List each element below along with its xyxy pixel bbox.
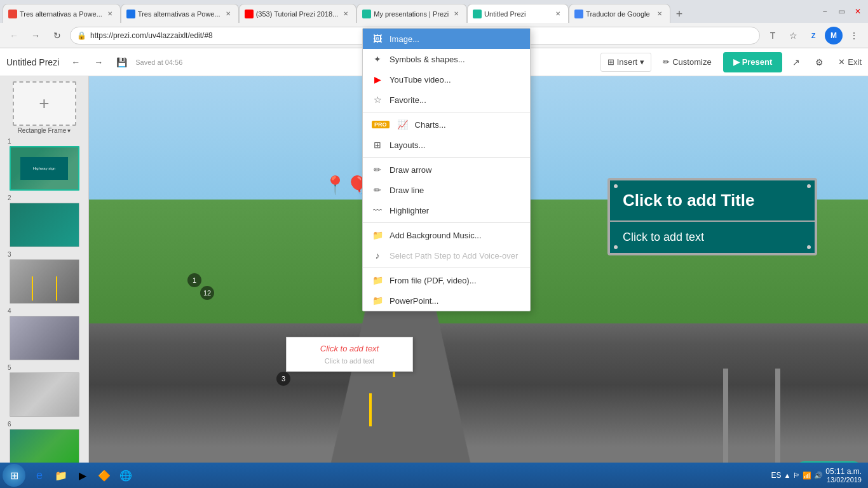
menu-divider-1 [363, 112, 530, 112]
translate-icon[interactable]: T [764, 27, 782, 44]
path-badge-1: 1 [187, 273, 201, 287]
exit-button[interactable]: ✕ Exit [838, 57, 862, 67]
menu-item-symbols-label: Symbols & shapes... [390, 55, 465, 64]
tab-3-close[interactable]: ✕ [341, 9, 351, 19]
slide-thumb-4[interactable] [10, 316, 79, 360]
slide-item-1[interactable]: 1 Highway sign [3, 138, 86, 191]
saved-text: Saved at 04:56 [135, 58, 182, 66]
float-card[interactable]: Click to add text Click to add text [286, 337, 413, 372]
menu-item-draw-arrow[interactable]: ✏ Draw arrow [363, 159, 530, 180]
add-slide-button[interactable]: + [13, 81, 76, 126]
tab-1[interactable]: Tres alternativas a Powe... ✕ [3, 4, 121, 23]
menu-item-favorite-label: Favorite... [390, 95, 426, 105]
exit-x-icon: ✕ [838, 57, 845, 67]
play-icon: ▶ [733, 57, 740, 67]
menu-item-layouts[interactable]: ⊞ Layouts... [363, 135, 530, 155]
menu-item-image[interactable]: 🖼 Image... [363, 29, 530, 49]
back-button[interactable]: ← [5, 27, 23, 44]
pro-badge-charts: PRO [372, 121, 390, 128]
menu-item-layouts-label: Layouts... [390, 140, 425, 150]
tab-5-close[interactable]: ✕ [553, 9, 563, 19]
windows-icon: ⊞ [10, 470, 18, 482]
slide-item-5[interactable]: 5 [3, 364, 86, 417]
slide-item-3[interactable]: 3 [3, 251, 86, 304]
slide-item-2[interactable]: 2 [3, 194, 86, 247]
menu-item-music[interactable]: 📁 Add Background Music... [363, 225, 530, 245]
insert-label: Insert [617, 57, 638, 67]
save-icon[interactable]: 💾 [112, 53, 130, 71]
taskbar-ie-icon[interactable]: e [29, 465, 50, 485]
tab-2-close[interactable]: ✕ [223, 9, 233, 19]
refresh-button[interactable]: ↻ [48, 27, 66, 44]
menu-item-symbols[interactable]: ✦ Symbols & shapes... [363, 49, 530, 69]
tab-4-title: My presentations | Prezi [374, 10, 449, 18]
minimize-button[interactable]: − [817, 4, 832, 19]
sign-dot-tr [807, 184, 811, 188]
customize-icon: ✏ [663, 57, 670, 67]
tab-6-title: Traductor de Google [586, 10, 652, 18]
present-button[interactable]: ▶ Present [723, 52, 783, 72]
start-button[interactable]: ⊞ [3, 464, 25, 487]
slide-number-2: 2 [8, 194, 11, 201]
customize-label: Customize [672, 57, 711, 67]
tab-2-favicon [126, 10, 135, 18]
share-icon[interactable]: ↗ [787, 53, 805, 71]
new-tab-button[interactable]: + [670, 5, 688, 23]
taskbar-time-date: 13/02/2019 [825, 476, 862, 484]
tab-6-favicon [574, 10, 583, 18]
tab-3[interactable]: (353) Tutorial Prezi 2018... ✕ [239, 4, 357, 23]
insert-button[interactable]: ⊞ Insert ▾ [600, 53, 652, 72]
slide-thumb-5[interactable] [10, 372, 79, 417]
tab-6[interactable]: Traductor de Google ✕ [569, 4, 670, 23]
slide-thumb-3[interactable] [10, 259, 79, 304]
menu-divider-3 [363, 222, 530, 223]
insert-dropdown-menu: 🖼 Image... ✦ Symbols & shapes... ▶ YouTu… [362, 28, 531, 311]
customize-button[interactable]: ✏ Customize [656, 53, 717, 72]
menu-item-favorite[interactable]: ☆ Favorite... [363, 90, 530, 110]
tab-2[interactable]: Tres alternativas a Powe... ✕ [121, 4, 239, 23]
sign-title-area[interactable]: Click to add Title [610, 180, 815, 222]
taskbar-media-icon[interactable]: ▶ [72, 465, 93, 485]
sign-dot-tl [614, 184, 618, 188]
menu-item-powerpoint[interactable]: 📁 PowerPoint... [363, 290, 530, 311]
menu-item-file[interactable]: 📁 From file (PDF, video)... [363, 270, 530, 290]
slide-number-6: 6 [8, 421, 11, 428]
sign-board[interactable]: Click to add Title Click to add text [607, 178, 817, 255]
frame-dropdown-icon[interactable]: ▾ [67, 127, 71, 134]
undo-button[interactable]: ← [67, 53, 85, 71]
settings-icon[interactable]: ⋮ [845, 27, 863, 44]
slide-item-4[interactable]: 4 [3, 308, 86, 360]
settings-gear-icon[interactable]: ⚙ [810, 53, 828, 71]
taskbar-time-main: 05:11 a.m. [825, 467, 862, 476]
slide-thumb-1[interactable]: Highway sign [10, 146, 79, 191]
forward-button[interactable]: → [27, 27, 44, 44]
maximize-button[interactable]: ▭ [834, 4, 849, 19]
menu-item-highlighter[interactable]: 〰 Highlighter [363, 200, 530, 220]
image-menu-icon: 🖼 [372, 34, 383, 44]
sign-text-area[interactable]: Click to add text [610, 222, 815, 253]
tab-6-close[interactable]: ✕ [654, 9, 665, 19]
taskbar-orange-icon[interactable]: 🔶 [94, 465, 114, 485]
taskbar-chrome-icon[interactable]: 🌐 [116, 465, 136, 485]
slide-panel: + Rectangle Frame ▾ 1 Highway sign 2 [0, 76, 89, 488]
close-button[interactable]: ✕ [850, 4, 865, 19]
menu-item-charts[interactable]: PRO 📈 Charts... [363, 114, 530, 135]
menu-item-highlighter-label: Highlighter [390, 206, 429, 215]
tab-4-close[interactable]: ✕ [451, 9, 461, 19]
redo-button[interactable]: → [90, 53, 107, 71]
menu-item-youtube[interactable]: ▶ YouTube video... [363, 69, 530, 90]
tab-1-close[interactable]: ✕ [105, 9, 115, 19]
profile-avatar[interactable]: M [825, 27, 843, 44]
layouts-menu-icon: ⊞ [372, 140, 383, 150]
menu-item-draw-line-label: Draw line [390, 186, 424, 195]
slide-thumb-2[interactable] [10, 203, 79, 247]
taskbar-folder-icon[interactable]: 📁 [51, 465, 71, 485]
road [318, 299, 482, 483]
menu-item-image-label: Image... [390, 34, 419, 44]
bookmark-icon[interactable]: ☆ [784, 27, 802, 44]
menu-item-draw-line[interactable]: ✏ Draw line [363, 180, 530, 200]
tab-4[interactable]: My presentations | Prezi ✕ [356, 4, 467, 23]
path-badge-12: 12 [200, 286, 214, 300]
tab-3-title: (353) Tutorial Prezi 2018... [256, 10, 339, 18]
tab-5[interactable]: Untitled Prezi ✕ [467, 4, 569, 23]
